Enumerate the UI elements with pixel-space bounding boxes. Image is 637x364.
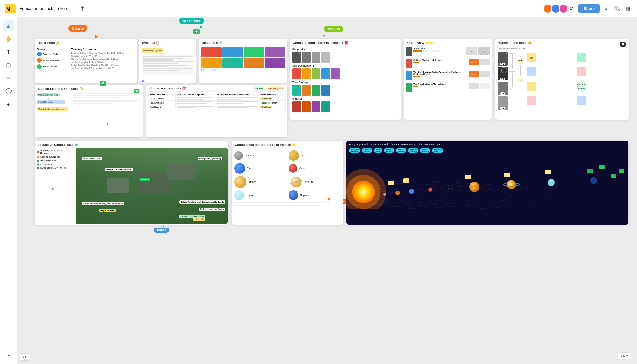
map-its-here-label: it's here — [140, 178, 150, 181]
planet-neptune: Neptune — [289, 190, 341, 200]
chat-bubble-alexander: 💬 — [193, 29, 200, 34]
format-2 — [216, 101, 259, 105]
svg-point-18 — [451, 188, 452, 189]
res-thumb-8 — [265, 58, 285, 68]
slo-panel: Student Learning Outcomes ✏️ Module 1: I… — [35, 85, 143, 137]
res-thumb-3 — [244, 47, 264, 57]
timing-3: Peer Review — [148, 105, 176, 109]
svg-point-25 — [548, 179, 555, 186]
book-thumb — [321, 68, 330, 79]
timing-1: Digital Marketing — [148, 96, 176, 101]
svg-point-16 — [428, 188, 432, 192]
share-button[interactable]: Share — [578, 4, 600, 13]
svg-rect-33 — [619, 169, 624, 173]
mindset-category: Mindset — [292, 97, 399, 100]
team-member-1: Benjamin Collins — [37, 52, 69, 56]
book-thumb — [302, 68, 311, 79]
resources-grid — [199, 46, 287, 69]
miro-logo: M — [5, 4, 16, 13]
select-tool[interactable]: ▲ — [3, 20, 14, 31]
amir-books-arrow: ◀ — [226, 59, 229, 62]
natalie-arrow: ▶ — [95, 34, 98, 39]
svg-rect-35 — [599, 165, 605, 169]
topbar: M Education projects in Miro ⬆ 24 Share … — [0, 0, 637, 17]
top-right-controls: 24 Share ⚙ 🔍 ▦ — [544, 4, 632, 13]
review-content: Steve Jobs 📖 📖 Outliers: The Story of Su… — [404, 46, 492, 94]
sol-label-uranus: UranusAnna — [362, 148, 372, 153]
handout-3: Draft Mode — [259, 105, 285, 109]
resources-panel: Resources 🔗 link1 link2 link3 — [199, 39, 287, 83]
sol-label-earth: EarthBobbie — [384, 148, 394, 153]
obj-1 — [175, 96, 216, 101]
book-thumb — [321, 101, 330, 112]
mindset-books — [292, 101, 399, 112]
books-panel: Choosing books for this semester 📕 Biogr… — [290, 39, 401, 120]
pen-tool[interactable]: ✏ — [3, 73, 14, 84]
planets-panel: Composition and Structure of Planets ⭐ M… — [232, 141, 343, 225]
hand-tool[interactable]: ✋ — [3, 34, 14, 44]
book-thumb — [312, 85, 320, 96]
tobias-arrow: ▲ — [162, 224, 165, 228]
more-tools[interactable]: ··· — [3, 350, 14, 361]
svg-rect-30 — [587, 169, 593, 173]
review-item-4: You Are a Badass at Making Money — [406, 83, 490, 92]
res-thumb-2 — [222, 47, 243, 57]
battles-content: ★ 5 ♥ 4 ♥ 2 ♥ 4 ♥ — [495, 51, 629, 111]
assess-status-group: ● Ready ● In progress — [253, 86, 284, 90]
status-in-progress: ● In progress — [266, 86, 284, 90]
sticky-tool[interactable]: ▢ — [3, 60, 14, 71]
svg-point-15 — [409, 189, 414, 194]
tech-books: ★ — [292, 85, 399, 96]
campus-legend: Academic Programs & Resources Schools & … — [35, 148, 75, 224]
svg-point-13 — [383, 193, 386, 196]
map-label-alumni: Dahod Family Alumni Center in the BU Cas… — [179, 200, 225, 204]
planets-descriptions — [232, 202, 343, 206]
books-content: Biography ★ Self-Development — [290, 46, 401, 115]
syllabus-title: Syllabus 📋 — [139, 39, 196, 46]
syllabus-content: General program — [139, 46, 196, 76]
ta-label: Teaching Assistants — [71, 48, 135, 51]
board-title: Education projects in Miro — [19, 6, 69, 11]
sol-label-venus: VenusJoanna — [420, 148, 431, 153]
slo-title: Student Learning Outcomes ✏️ — [35, 85, 143, 92]
battles-subtitle: Choose your favourite book — [495, 46, 629, 51]
campus-title: Interactive Campus Map 🗺️ — [35, 141, 228, 148]
divider — [73, 4, 73, 13]
settings-icon[interactable]: ⚙ — [602, 4, 610, 13]
frame-tool[interactable]: ⊞ — [3, 99, 14, 110]
expand-button[interactable]: >> — [19, 353, 30, 361]
upload-button[interactable]: ⬆ — [78, 4, 87, 13]
format-3 — [216, 105, 259, 109]
status-ready: ● Ready — [253, 86, 265, 90]
anna-arrow: ▶ — [52, 187, 54, 191]
left-toolbar: ▲ ✋ T ▢ ✏ 💬 ⊞ ··· — [0, 17, 17, 364]
sol-label-mars: MarsAnna — [374, 148, 382, 153]
resources-title: Resources 🔗 — [199, 39, 287, 46]
search-icon[interactable]: 🔍 — [612, 4, 622, 13]
svg-text:M: M — [6, 7, 10, 11]
map-label-college-eng: College of Engineering — [198, 157, 222, 160]
panels-icon[interactable]: ▦ — [624, 4, 632, 13]
book-thumb — [331, 68, 340, 79]
book-thumb: ★ — [292, 68, 301, 79]
assess-table-wrapper: Assessment Timing Measured Learning Obje… — [146, 92, 287, 110]
planet-mercury: Mercury — [234, 150, 286, 161]
assess-table: Assessment Timing Measured Learning Obje… — [148, 93, 286, 109]
review-item-2: Outliers: The Story of Success buch — [406, 59, 490, 68]
book-thumb — [292, 101, 301, 112]
text-tool[interactable]: T — [3, 47, 14, 57]
map-label-morse: Morse Auditorium — [82, 157, 102, 160]
team-member-3: Trevor Phillips — [37, 64, 69, 69]
book-thumb — [312, 52, 320, 63]
svg-point-26 — [590, 177, 597, 184]
battles-title: Battles of the book 👊 — [495, 39, 629, 46]
map-label-bay-state: Bay State Road — [99, 209, 116, 212]
planet-earth: Earth — [234, 163, 286, 174]
svg-point-14 — [395, 191, 400, 195]
mark-arrow: ▶ — [142, 79, 145, 83]
solar-instruction: Put your planet in its correct spot in t… — [346, 141, 628, 147]
comment-tool[interactable]: 💬 — [3, 86, 14, 97]
sol-label-jupiter: JupiterAndrey — [408, 148, 418, 153]
book-thumb — [302, 85, 311, 96]
tobias-cursor: Tobias — [154, 228, 169, 233]
